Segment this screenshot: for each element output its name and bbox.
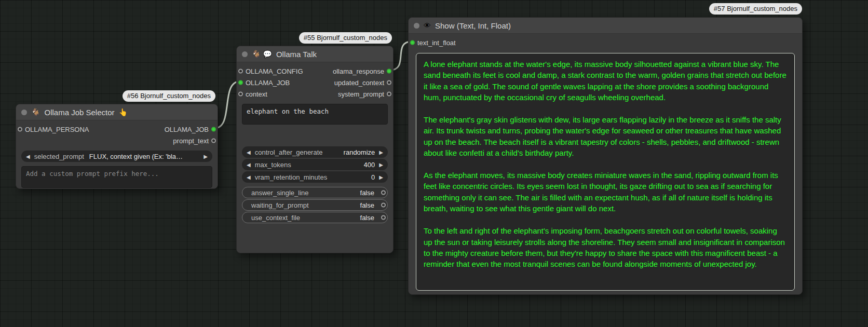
output-label-prompt-text: prompt_text: [173, 137, 209, 145]
widget-input-dot-icon[interactable]: [381, 190, 386, 195]
combo-value: 0: [371, 173, 375, 181]
node-ollama-talk[interactable]: 🐐 💬 Ollama Talk OLLAMA_CONFIG ollama_res…: [236, 46, 394, 253]
node-header[interactable]: 🐐 Ollama Job Selector 👆: [16, 104, 218, 120]
node-id-badge-57: #57 Bjornulf_custom_nodes: [709, 3, 802, 15]
output-port-system-prompt[interactable]: [387, 92, 391, 97]
combo-value: FLUX, context given (Ex: 'bla…: [89, 153, 199, 160]
selected-prompt-combo[interactable]: ◀ selected_prompt FLUX, context given (E…: [21, 151, 212, 162]
toggle-value: false: [360, 201, 374, 209]
input-port-ollama-config[interactable]: [238, 69, 243, 74]
waiting-for-prompt-toggle[interactable]: waiting_for_prompt false: [242, 199, 388, 211]
prompt-prefix-textarea[interactable]: [21, 166, 212, 188]
toggle-value: false: [360, 214, 374, 222]
combo-label: max_tokens: [255, 161, 291, 169]
toggle-label: answer_single_line: [251, 189, 309, 197]
input-label-ollama-persona: OLLAMA_PERSONA: [25, 126, 89, 133]
input-port-text-int-float[interactable]: [410, 40, 415, 45]
vram-retention-minutes-stepper[interactable]: ◀ vram_retention_minutes 0 ▶: [242, 171, 388, 183]
combo-left-arrow-icon[interactable]: ◀: [247, 174, 251, 180]
node-ollama-job-selector[interactable]: 🐐 Ollama Job Selector 👆 OLLAMA_PERSONA O…: [16, 104, 218, 189]
use-context-file-toggle[interactable]: use_context_file false: [242, 212, 388, 223]
port-row: OLLAMA_JOB updated_context: [237, 77, 393, 88]
output-port-ollama-job[interactable]: [211, 127, 216, 132]
port-row: prompt_text: [16, 135, 218, 146]
output-port-ollama-response[interactable]: [387, 69, 391, 74]
combo-label: vram_retention_minutes: [255, 173, 327, 181]
combo-value: randomize: [344, 148, 375, 156]
port-row: OLLAMA_CONFIG ollama_response: [237, 65, 393, 77]
speech-balloon-icon: 💬: [263, 50, 272, 58]
combo-value: 400: [364, 161, 375, 169]
combo-left-arrow-icon[interactable]: ◀: [247, 149, 251, 155]
combo-right-arrow-icon[interactable]: ▶: [379, 149, 383, 155]
collapse-dot-icon[interactable]: [242, 51, 248, 57]
combo-left-arrow-icon[interactable]: ◀: [26, 154, 30, 159]
goat-icon: 🐐: [31, 108, 40, 116]
node-graph-canvas[interactable]: #56 Bjornulf_custom_nodes #55 Bjornulf_c…: [0, 0, 868, 327]
output-label-ollama-response: ollama_response: [333, 67, 384, 75]
pointing-up-icon: 👆: [119, 108, 128, 116]
port-row: text_int_float: [409, 37, 802, 48]
output-port-prompt-text[interactable]: [211, 139, 216, 143]
collapse-dot-icon[interactable]: [414, 23, 419, 29]
widget-gap: [237, 184, 393, 186]
combo-left-arrow-icon[interactable]: ◀: [247, 162, 251, 168]
port-row: OLLAMA_PERSONA OLLAMA_JOB: [16, 124, 218, 135]
node-header[interactable]: 🐐 💬 Ollama Talk: [237, 46, 393, 62]
port-list: OLLAMA_PERSONA OLLAMA_JOB prompt_text: [16, 124, 218, 146]
toggle-label: waiting_for_prompt: [251, 201, 309, 209]
port-list: OLLAMA_CONFIG ollama_response OLLAMA_JOB…: [237, 65, 393, 100]
collapse-dot-icon[interactable]: [21, 110, 27, 115]
node-title: Ollama Talk: [276, 50, 317, 59]
toggle-label: use_context_file: [251, 214, 300, 222]
show-text-output[interactable]: A lone elephant stands at the water's ed…: [416, 53, 795, 291]
port-row: context system_prompt: [237, 88, 393, 100]
toggle-value: false: [360, 189, 374, 197]
control-after-generate-combo[interactable]: ◀ control_after_generate randomize ▶: [242, 146, 388, 158]
combo-label: control_after_generate: [255, 148, 323, 156]
combo-right-arrow-icon[interactable]: ▶: [204, 154, 208, 159]
node-id-badge-55: #55 Bjornulf_custom_nodes: [299, 32, 392, 44]
input-label-ollama-config: OLLAMA_CONFIG: [246, 67, 303, 75]
max-tokens-stepper[interactable]: ◀ max_tokens 400 ▶: [242, 159, 388, 170]
input-label-context: context: [246, 90, 267, 98]
node-show-text-int-float[interactable]: 👁 Show (Text, Int, Float) text_int_float…: [408, 17, 803, 295]
node-empty-space: [237, 125, 393, 145]
input-label-text-int-float: text_int_float: [417, 39, 456, 47]
node-title: Show (Text, Int, Float): [435, 21, 511, 30]
widget-input-dot-icon[interactable]: [381, 215, 386, 220]
node-header[interactable]: 👁 Show (Text, Int, Float): [409, 18, 802, 34]
prompt-textarea[interactable]: elephant on the beach: [242, 104, 388, 125]
output-label-system-prompt: system_prompt: [338, 90, 384, 98]
output-label-ollama-job: OLLAMA_JOB: [165, 126, 209, 133]
input-port-ollama-job[interactable]: [238, 80, 243, 85]
combo-label: selected_prompt: [34, 153, 84, 160]
port-list: text_int_float: [409, 37, 802, 48]
output-port-updated-context[interactable]: [387, 80, 391, 85]
input-port-context[interactable]: [238, 92, 243, 97]
node-title: Ollama Job Selector: [44, 108, 114, 117]
output-label-updated-context: updated_context: [334, 79, 384, 87]
widget-input-dot-icon[interactable]: [381, 203, 386, 208]
combo-right-arrow-icon[interactable]: ▶: [379, 162, 383, 168]
eye-icon: 👁: [424, 22, 431, 29]
node-id-badge-56: #56 Bjornulf_custom_nodes: [123, 90, 215, 102]
input-label-ollama-job: OLLAMA_JOB: [246, 79, 290, 87]
combo-right-arrow-icon[interactable]: ▶: [379, 174, 383, 180]
goat-icon: 🐐: [252, 50, 261, 58]
input-port-ollama-persona[interactable]: [18, 127, 22, 132]
answer-single-line-toggle[interactable]: answer_single_line false: [242, 187, 388, 198]
